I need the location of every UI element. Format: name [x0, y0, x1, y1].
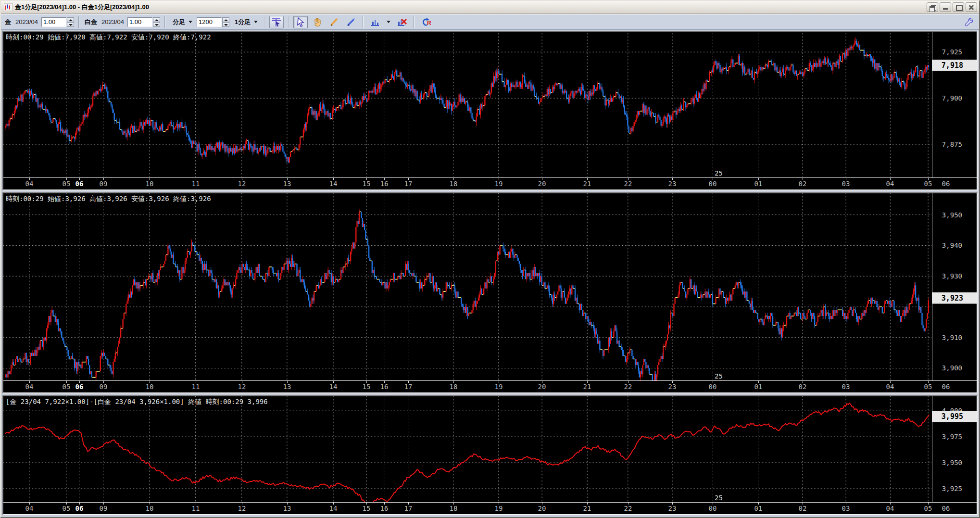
settings-wrench-button[interactable]: [962, 16, 976, 28]
time-tick-label: 18: [450, 505, 458, 512]
time-tick-mark: [672, 178, 673, 180]
cross-cursor-button[interactable]: [269, 16, 284, 28]
reload-button[interactable]: R: [419, 16, 433, 28]
time-tick-mark: [890, 503, 891, 505]
draw-line-button[interactable]: [327, 16, 341, 28]
price-axis[interactable]: 7,9257,9007,8757,918: [932, 32, 977, 177]
platinum-multiplier-down-icon[interactable]: [153, 22, 160, 27]
price-axis[interactable]: 4,0003,9753,9503,9253,995: [932, 396, 977, 502]
minimize-button[interactable]: [940, 2, 951, 12]
toolbar-separator: [363, 16, 364, 28]
time-tick-mark: [928, 503, 929, 505]
time-tick-mark: [846, 503, 846, 505]
gold-multiplier-input[interactable]: [41, 17, 66, 27]
bars-count-up-icon[interactable]: [222, 17, 229, 22]
chart-plot-area[interactable]: [金 23/04 7,922×1.00]-[白金 23/04 3,926×1.0…: [3, 396, 932, 502]
interval-dropdown[interactable]: 分足: [170, 17, 194, 27]
time-tick-mark: [713, 381, 713, 383]
platinum-multiplier-up-icon[interactable]: [153, 17, 160, 22]
window-title: 金1分足[2023/04]1.00 - 白金1分足[2023/04]1.00: [15, 3, 149, 12]
time-tick-label: 18: [450, 180, 458, 188]
time-tick-mark: [66, 381, 67, 383]
time-tick-label: 06: [942, 383, 950, 391]
time-tick-label: 03: [842, 383, 850, 391]
bars-count-down-icon[interactable]: [222, 22, 229, 27]
time-tick-label: 06: [942, 180, 950, 188]
time-tick-label: 13: [283, 505, 291, 512]
time-tick-mark: [333, 178, 334, 180]
gold-multiplier-down-icon[interactable]: [67, 22, 74, 27]
chart-canvas: [3, 32, 932, 177]
time-tick-mark: [366, 178, 367, 180]
time-tick-mark: [453, 381, 454, 383]
time-axis[interactable]: 0405060910111213141516171819202122230001…: [3, 177, 977, 190]
current-price-badge: 3,995: [932, 411, 977, 422]
toolbar-separator: [78, 16, 79, 28]
draw-marker-button[interactable]: [344, 16, 358, 28]
indicator-chart-button[interactable]: [368, 16, 382, 28]
time-axis[interactable]: 0405060910111213141516171819202122230001…: [3, 502, 977, 514]
time-tick-label: 05: [924, 383, 932, 391]
cross-cursor-icon: [272, 17, 281, 27]
platinum-multiplier-input[interactable]: [127, 17, 152, 27]
time-tick-label: 15: [363, 180, 371, 188]
bars-count-input[interactable]: [197, 17, 222, 27]
time-tick-mark: [103, 381, 104, 383]
time-tick-label: 03: [842, 505, 850, 512]
indicator-dropdown-arrow[interactable]: [385, 20, 392, 24]
restore-window-button[interactable]: [927, 2, 938, 12]
timeframe-dropdown[interactable]: 1分足: [232, 17, 260, 27]
panel-info: 時刻:00:29 始値:3,926 高値:3,926 安値:3,926 終値:3…: [6, 195, 211, 203]
time-tick-label: 12: [238, 505, 246, 512]
time-tick-label: 10: [146, 383, 154, 391]
time-tick-label: 15: [363, 505, 371, 512]
indicator-delete-button[interactable]: [395, 16, 409, 28]
time-tick-mark: [366, 503, 367, 505]
select-arrow-button[interactable]: [293, 16, 308, 28]
time-tick-mark: [890, 178, 891, 180]
price-tick-label: 7,925: [942, 48, 962, 56]
chart-plot-area[interactable]: 時刻:00:29 始値:3,926 高値:3,926 安値:3,926 終値:3…: [3, 193, 932, 380]
price-axis[interactable]: 3,9503,9403,9303,9103,9003,923: [932, 193, 977, 380]
time-tick-mark: [499, 381, 499, 383]
time-tick-mark: [196, 381, 196, 383]
time-tick-label: 05: [63, 505, 71, 512]
title-bar[interactable]: 金1分足[2023/04]1.00 - 白金1分足[2023/04]1.00: [1, 1, 979, 14]
price-tick-label: 3,910: [942, 334, 962, 341]
price-tick-label: 3,925: [942, 485, 962, 493]
chart-plot-area[interactable]: 時刻:00:29 始値:7,920 高値:7,922 安値:7,920 終値:7…: [3, 32, 932, 177]
platinum-contract-month: 2023/04: [101, 18, 124, 25]
time-tick-mark: [242, 503, 242, 505]
time-tick-mark: [242, 381, 242, 383]
time-tick-mark: [79, 503, 80, 505]
time-tick-mark: [587, 381, 588, 383]
time-tick-mark: [66, 178, 67, 180]
hand-pan-button[interactable]: [310, 16, 325, 28]
time-tick-mark: [758, 503, 759, 505]
draw-line-icon: [329, 17, 339, 27]
price-tick-label: 3,940: [942, 241, 962, 249]
bars-count-spinner: [197, 17, 229, 27]
time-tick-mark: [408, 178, 409, 180]
close-button[interactable]: [966, 2, 977, 12]
time-tick-mark: [384, 178, 385, 180]
time-tick-mark: [408, 503, 409, 505]
maximize-button[interactable]: [953, 2, 964, 12]
time-tick-label: 05: [924, 180, 932, 188]
hand-pan-icon: [313, 17, 322, 27]
toolbar: 金 2023/04 白金 2023/04 分足: [1, 14, 979, 30]
time-tick-label: 20: [538, 383, 546, 391]
time-tick-mark: [366, 381, 367, 383]
time-axis[interactable]: 0405060910111213141516171819202122230001…: [3, 380, 977, 392]
time-tick-label: 02: [799, 383, 807, 391]
gold-multiplier-up-icon[interactable]: [67, 17, 74, 22]
time-tick-label: 22: [624, 505, 632, 512]
time-tick-mark: [803, 178, 803, 180]
time-tick-label: 00: [709, 505, 717, 512]
time-tick-label: 04: [886, 180, 894, 188]
gold-symbol-label: 金: [5, 18, 11, 26]
time-tick-label: 06: [75, 383, 84, 391]
time-tick-label: 20: [538, 180, 546, 188]
time-tick-mark: [499, 503, 499, 505]
chart-canvas: [3, 193, 932, 380]
